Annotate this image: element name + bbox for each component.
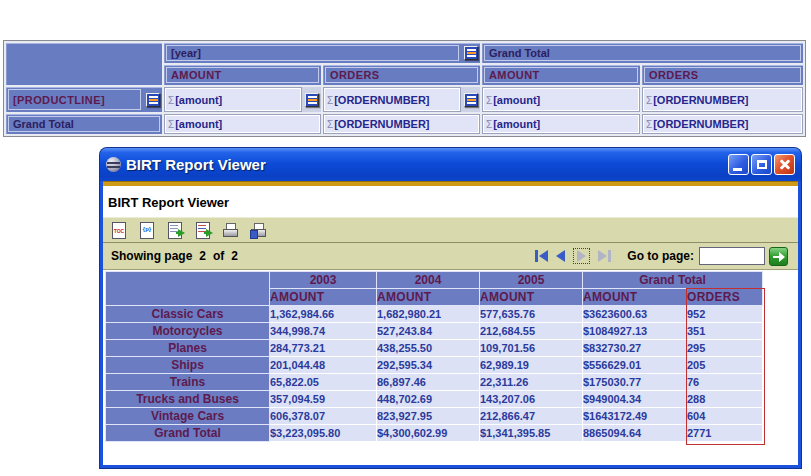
measure-label: [ORDERNUMBER] bbox=[334, 118, 429, 130]
dropdown-selector-icon[interactable] bbox=[464, 46, 478, 60]
column-header-2005: 2005 bbox=[480, 272, 583, 289]
goto-page-label: Go to page: bbox=[627, 249, 694, 263]
sigma-icon: Σ bbox=[327, 119, 333, 130]
measure-label: [ORDERNUMBER] bbox=[334, 94, 429, 106]
measure-label: [ORDERNUMBER] bbox=[653, 94, 748, 106]
cell-value: 86,897.46 bbox=[377, 374, 480, 391]
crosstab-year-column-header[interactable]: [year] bbox=[164, 43, 480, 63]
dropdown-selector-icon[interactable] bbox=[464, 93, 478, 107]
cell-value: 577,635.76 bbox=[480, 306, 583, 323]
crosstab-measure-cell[interactable]: Σ[amount] bbox=[164, 114, 321, 134]
amount-subheader: AMOUNT bbox=[480, 289, 583, 306]
crosstab-grandtotal-row-header[interactable]: Grand Total bbox=[6, 114, 162, 134]
cell-value: 344,998.74 bbox=[270, 323, 377, 340]
export-report-icon[interactable] bbox=[194, 222, 211, 239]
row-header: Vintage Cars bbox=[106, 408, 270, 425]
report-table: 2003 2004 2005 Grand Total AMOUNT AMOUNT… bbox=[105, 271, 763, 442]
row-header: Classic Cars bbox=[106, 306, 270, 323]
first-page-button[interactable] bbox=[535, 250, 548, 262]
viewer-heading: BIRT Report Viewer bbox=[103, 186, 798, 217]
export-data-icon[interactable] bbox=[166, 222, 183, 239]
cell-value: 109,701.56 bbox=[480, 340, 583, 357]
cell-value: 62,989.19 bbox=[480, 357, 583, 374]
table-row: Motorcycles 344,998.74 527,243.84 212,68… bbox=[106, 323, 763, 340]
cell-value: $175030.77 bbox=[583, 374, 687, 391]
row-header-grand-total: Grand Total bbox=[106, 425, 270, 442]
sigma-icon: Σ bbox=[486, 95, 492, 106]
birt-app-icon bbox=[106, 157, 121, 172]
table-row: Vintage Cars 606,378.07 823,927.95 212,8… bbox=[106, 408, 763, 425]
year-header-label: [year] bbox=[171, 47, 201, 59]
cell-value: $3623600.63 bbox=[583, 306, 687, 323]
total-pages-number: 2 bbox=[231, 249, 238, 263]
crosstab-productline-row-header[interactable]: [PRODUCTLINE] bbox=[6, 87, 162, 112]
amount-subheader: AMOUNT bbox=[583, 289, 687, 306]
minimize-button[interactable] bbox=[728, 154, 749, 175]
row-header: Trains bbox=[106, 374, 270, 391]
dropdown-selector-icon[interactable] bbox=[305, 93, 319, 107]
crosstab-grandtotal-column-header[interactable]: Grand Total bbox=[482, 43, 803, 63]
crosstab-amount-header[interactable]: AMOUNT bbox=[482, 65, 640, 85]
sigma-icon: Σ bbox=[646, 95, 652, 106]
cell-value: 295 bbox=[687, 340, 763, 357]
crosstab-measure-cell[interactable]: Σ[amount] bbox=[482, 114, 640, 134]
minimize-icon bbox=[733, 168, 742, 171]
row-header: Trucks and Buses bbox=[106, 391, 270, 408]
amount-subheader: AMOUNT bbox=[270, 289, 377, 306]
crosstab-orders-header[interactable]: ORDERS bbox=[642, 65, 803, 85]
crosstab-measure-cell[interactable]: Σ[amount] bbox=[164, 87, 321, 112]
table-of-contents-icon[interactable] bbox=[110, 222, 127, 239]
previous-page-icon bbox=[556, 250, 565, 262]
maximize-button[interactable] bbox=[751, 154, 772, 175]
cell-value: $3,223,095.80 bbox=[270, 425, 377, 442]
crosstab-measure-cell[interactable]: Σ[ORDERNUMBER] bbox=[642, 114, 803, 134]
window-title-bar[interactable]: BIRT Report Viewer bbox=[100, 148, 801, 181]
row-header: Ships bbox=[106, 357, 270, 374]
crosstab-orders-header[interactable]: ORDERS bbox=[323, 65, 480, 85]
previous-page-button[interactable] bbox=[556, 250, 565, 262]
dropdown-selector-icon[interactable] bbox=[146, 93, 160, 107]
cell-value: 212,866.47 bbox=[480, 408, 583, 425]
go-button[interactable] bbox=[769, 247, 788, 266]
measure-label: [amount] bbox=[175, 94, 222, 106]
crosstab-corner-cell[interactable] bbox=[6, 43, 162, 85]
crosstab-measure-cell[interactable]: Σ[ORDERNUMBER] bbox=[642, 87, 803, 112]
table-row: Trucks and Buses 357,094.59 448,702.69 1… bbox=[106, 391, 763, 408]
table-row: Classic Cars 1,362,984.66 1,682,980.21 5… bbox=[106, 306, 763, 323]
cell-value: 8865094.64 bbox=[583, 425, 687, 442]
next-page-button[interactable] bbox=[573, 248, 590, 264]
print-report-icon[interactable] bbox=[222, 222, 239, 239]
cell-value: 143,207.06 bbox=[480, 391, 583, 408]
cell-value: $832730.27 bbox=[583, 340, 687, 357]
cell-value: 1,682,980.21 bbox=[377, 306, 480, 323]
cell-value: 357,094.59 bbox=[270, 391, 377, 408]
window-title: BIRT Report Viewer bbox=[126, 156, 266, 173]
pagination-bar: Showing page 2 of 2 Go to page: bbox=[103, 243, 798, 270]
crosstab-measure-cell[interactable]: Σ[ORDERNUMBER] bbox=[323, 114, 480, 134]
last-page-button[interactable] bbox=[598, 250, 611, 262]
cell-value: 952 bbox=[687, 306, 763, 323]
table-row: Ships 201,044.48 292,595.34 62,989.19 $5… bbox=[106, 357, 763, 374]
orders-header-label: ORDERS bbox=[649, 69, 698, 81]
crosstab-designer: [year] Grand Total AMOUNT ORDERS AMOUNT … bbox=[3, 40, 806, 137]
cell-value: 2771 bbox=[687, 425, 763, 442]
cell-value: $949004.34 bbox=[583, 391, 687, 408]
birt-report-viewer-window: BIRT Report Viewer BIRT Report Viewer Sh… bbox=[100, 148, 801, 468]
orders-header-label: ORDERS bbox=[330, 69, 379, 81]
row-header: Planes bbox=[106, 340, 270, 357]
report-parameters-icon[interactable] bbox=[138, 222, 155, 239]
sigma-icon: Σ bbox=[168, 119, 174, 130]
cell-value: 351 bbox=[687, 323, 763, 340]
table-row: Trains 65,822.05 86,897.46 22,311.26 $17… bbox=[106, 374, 763, 391]
orders-subheader: ORDERS bbox=[687, 289, 763, 306]
measure-label: [amount] bbox=[175, 118, 222, 130]
crosstab-measure-cell[interactable]: Σ[amount] bbox=[482, 87, 640, 112]
goto-page-input[interactable] bbox=[699, 247, 765, 265]
crosstab-measure-cell[interactable]: Σ[ORDERNUMBER] bbox=[323, 87, 480, 112]
print-report-on-server-icon[interactable] bbox=[250, 222, 267, 239]
close-button[interactable] bbox=[774, 154, 795, 175]
current-page-number: 2 bbox=[199, 249, 206, 263]
row-header: Motorcycles bbox=[106, 323, 270, 340]
cell-value: $4,300,602.99 bbox=[377, 425, 480, 442]
crosstab-amount-header[interactable]: AMOUNT bbox=[164, 65, 321, 85]
